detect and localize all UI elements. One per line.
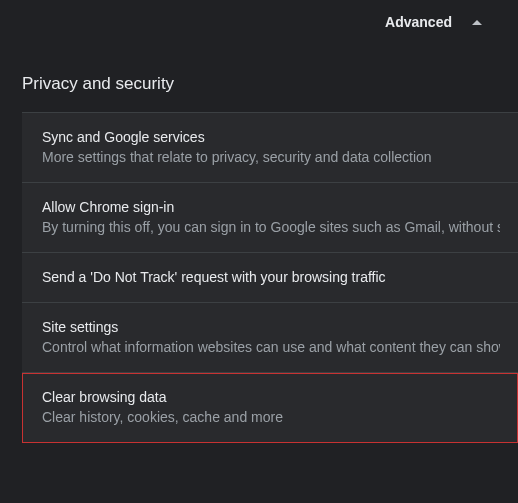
item-title: Sync and Google services — [42, 129, 500, 145]
item-title: Site settings — [42, 319, 500, 335]
settings-item-dnt[interactable]: Send a 'Do Not Track' request with your … — [22, 253, 518, 303]
settings-item-clear-data[interactable]: Clear browsing data Clear history, cooki… — [22, 373, 518, 443]
privacy-settings-list: Sync and Google services More settings t… — [22, 112, 518, 443]
item-desc: By turning this off, you can sign in to … — [42, 219, 500, 235]
item-desc: More settings that relate to privacy, se… — [42, 149, 500, 165]
advanced-label: Advanced — [385, 14, 452, 30]
item-title: Send a 'Do Not Track' request with your … — [42, 269, 500, 285]
item-title: Allow Chrome sign-in — [42, 199, 500, 215]
chevron-up-icon — [472, 20, 482, 25]
section-title: Privacy and security — [0, 44, 518, 112]
settings-item-sync[interactable]: Sync and Google services More settings t… — [22, 113, 518, 183]
item-desc: Control what information websites can us… — [42, 339, 500, 355]
advanced-toggle[interactable]: Advanced — [0, 0, 518, 44]
settings-item-site-settings[interactable]: Site settings Control what information w… — [22, 303, 518, 373]
settings-item-signin[interactable]: Allow Chrome sign-in By turning this off… — [22, 183, 518, 253]
item-desc: Clear history, cookies, cache and more — [42, 409, 500, 425]
item-title: Clear browsing data — [42, 389, 500, 405]
